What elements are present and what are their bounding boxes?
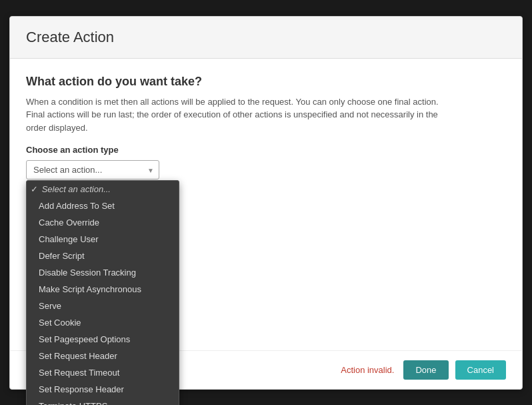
field-label: Choose an action type [26,145,506,155]
dropdown-item-set-request-timeout[interactable]: Set Request Timeout [27,364,179,381]
select-value: Select an action... [33,165,102,175]
create-action-modal: Create Action What action do you want ta… [9,16,523,390]
dropdown-item-terminate-https[interactable]: Terminate HTTPS [27,398,179,405]
dropdown-item-cache-override[interactable]: Cache Override [27,214,179,231]
action-invalid-status: Action invalid. [341,365,394,375]
action-type-select-wrapper[interactable]: Select an action... ▼ Select an action..… [26,160,159,179]
dropdown-item-add-address[interactable]: Add Address To Set [27,197,179,214]
dropdown-item-challenge-user[interactable]: Challenge User [27,231,179,248]
modal-title: Create Action [26,29,506,46]
dropdown-item-serve[interactable]: Serve [27,298,179,314]
dropdown-item-set-cookie[interactable]: Set Cookie [27,314,179,331]
description-text: When a condition is met then all actions… [26,95,439,135]
dropdown-item-defer-script[interactable]: Defer Script [27,248,179,264]
dropdown-item-set-request-header[interactable]: Set Request Header [27,348,179,364]
dropdown-item-set-response-header[interactable]: Set Response Header [27,381,179,398]
chevron-down-icon: ▼ [147,166,154,173]
dropdown-item-set-pagespeed[interactable]: Set Pagespeed Options [27,331,179,348]
action-type-select[interactable]: Select an action... ▼ [26,160,159,179]
modal-header: Create Action [10,17,522,59]
dropdown-menu: Select an action... Add Address To Set C… [26,180,179,405]
dropdown-item-disable-session[interactable]: Disable Session Tracking [27,264,179,281]
cancel-button[interactable]: Cancel [455,360,506,380]
modal-body: What action do you want take? When a con… [10,59,522,180]
done-button[interactable]: Done [403,360,448,380]
dropdown-item-make-script-async[interactable]: Make Script Asynchronous [27,281,179,298]
dropdown-item-selected[interactable]: Select an action... [27,181,179,197]
section-title: What action do you want take? [26,75,506,89]
